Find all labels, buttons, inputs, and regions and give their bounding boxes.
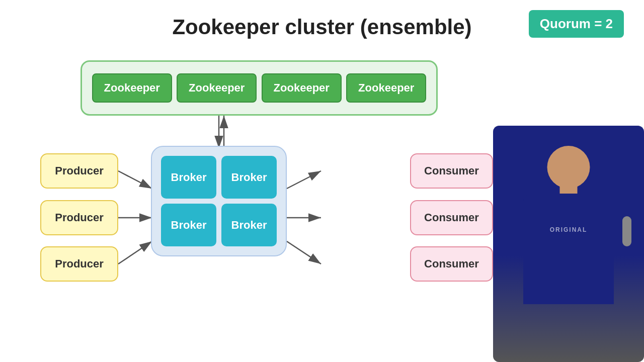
consumer-3: Consumer: [410, 246, 493, 282]
producer-2: Producer: [40, 200, 118, 235]
svg-line-4: [118, 241, 152, 264]
svg-line-2: [118, 171, 152, 189]
zookeeper-node-1: Zookeeper: [92, 73, 172, 103]
broker-cluster: Broker Broker Broker Broker: [151, 146, 287, 256]
svg-line-5: [287, 171, 321, 189]
producer-3: Producer: [40, 246, 118, 282]
quorum-badge: Quorum = 2: [529, 10, 624, 38]
zookeeper-node-3: Zookeeper: [262, 73, 342, 103]
broker-node-2: Broker: [221, 156, 277, 199]
broker-node-3: Broker: [161, 204, 216, 246]
svg-line-7: [287, 241, 321, 264]
presenter-video: ORIGINAL: [493, 126, 644, 362]
consumer-1: Consumer: [410, 153, 493, 189]
broker-node-1: Broker: [161, 156, 216, 199]
diagram: Zookeeper Zookeeper Zookeeper Zookeeper …: [40, 60, 493, 347]
producer-1: Producer: [40, 153, 118, 189]
zookeeper-cluster: Zookeeper Zookeeper Zookeeper Zookeeper: [80, 60, 438, 116]
consumer-2: Consumer: [410, 200, 493, 235]
zookeeper-node-2: Zookeeper: [177, 73, 257, 103]
broker-node-4: Broker: [221, 204, 277, 246]
zookeeper-node-4: Zookeeper: [346, 73, 426, 103]
